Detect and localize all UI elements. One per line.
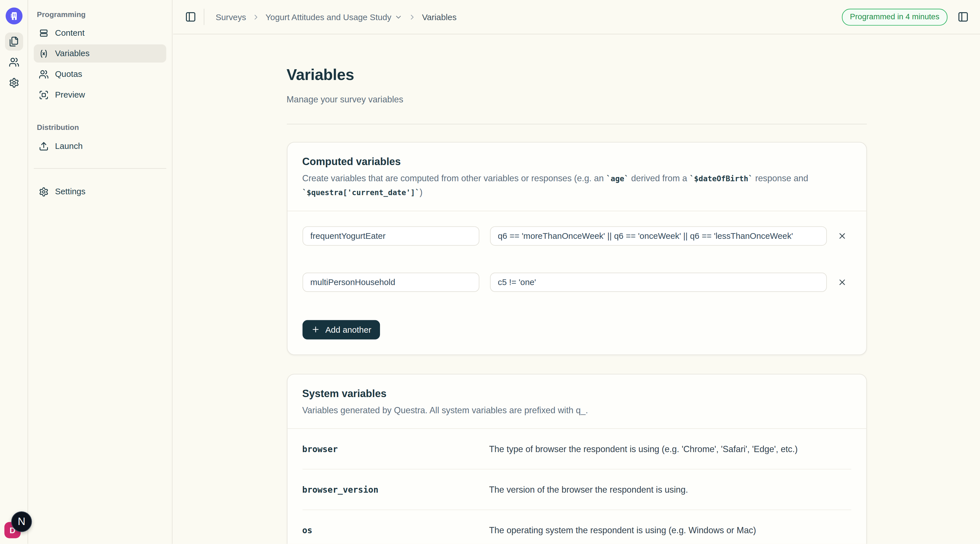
system-variable-description: The operating system the respondent is u… — [489, 525, 756, 534]
sidebar: Programming Content Variables — [28, 0, 172, 544]
sidebar-item-label: Settings — [55, 187, 86, 196]
breadcrumb-survey-name[interactable]: Yogurt Attitudes and Usage Study — [266, 12, 402, 22]
chevron-right-icon — [252, 13, 260, 21]
breadcrumb-surveys[interactable]: Surveys — [215, 12, 246, 22]
system-variable-row: os The operating system the respondent i… — [302, 510, 851, 544]
system-variables-title: System variables — [302, 387, 851, 399]
computed-variable-row — [302, 226, 851, 245]
sidebar-item-label: Variables — [55, 49, 90, 58]
system-variable-description: The type of browser the respondent is us… — [489, 444, 798, 453]
page-subtitle: Manage your survey variables — [287, 94, 867, 104]
system-variables-card: System variables Variables generated by … — [287, 374, 867, 544]
sidebar-item-label: Content — [55, 28, 84, 37]
code-token: `$questra['current_date']` — [302, 188, 420, 197]
sidebar-item-content[interactable]: Content — [34, 24, 166, 42]
sidebar-item-label: Quotas — [55, 70, 82, 79]
nextjs-dev-indicator[interactable]: N — [11, 511, 32, 532]
computed-variables-title: Computed variables — [302, 156, 851, 167]
sidebar-item-preview[interactable]: Preview — [34, 86, 166, 104]
variable-expression-input[interactable] — [490, 272, 827, 291]
workspace-logo[interactable] — [5, 7, 22, 24]
sidebar-divider — [34, 168, 166, 169]
app-window: Programming Content Variables — [0, 0, 980, 544]
main-area: Surveys Yogurt Attitudes and Usage Study… — [173, 0, 980, 544]
programmed-time-badge: Programmed in 4 minutes — [842, 8, 948, 25]
system-variable-description: The version of the browser the responden… — [489, 484, 688, 494]
sidebar-item-settings[interactable]: Settings — [34, 183, 166, 201]
sidebar-item-label: Launch — [55, 141, 83, 151]
x-icon — [837, 277, 847, 287]
system-variable-row: browser The type of browser the responde… — [302, 429, 851, 469]
x-icon — [837, 231, 847, 240]
page-title: Variables — [287, 65, 867, 84]
remove-variable-button[interactable] — [834, 227, 851, 245]
variable-name-input[interactable] — [302, 272, 479, 291]
sidebar-item-launch[interactable]: Launch — [34, 137, 166, 155]
users-icon — [8, 57, 19, 67]
panel-left-toggle-icon[interactable] — [185, 11, 196, 23]
topbar-divider — [204, 9, 204, 25]
sidebar-item-variables[interactable]: Variables — [34, 44, 166, 62]
system-variable-name: browser_version — [302, 484, 489, 494]
sidebar-item-quotas[interactable]: Quotas — [34, 65, 166, 83]
system-variable-name: browser — [302, 444, 489, 453]
page-scroll-area[interactable]: Variables Manage your survey variables C… — [173, 35, 980, 544]
gear-icon — [39, 187, 49, 197]
sidebar-section-distribution: Distribution — [37, 123, 166, 132]
chevron-down-icon — [395, 13, 402, 21]
panel-right-toggle-icon[interactable] — [958, 11, 969, 23]
computed-variables-card: Computed variables Create variables that… — [287, 142, 867, 355]
add-another-label: Add another — [325, 325, 371, 334]
system-variable-row: browser_version The version of the brows… — [302, 469, 851, 510]
rows-icon — [39, 28, 49, 38]
remove-variable-button[interactable] — [834, 273, 851, 291]
upload-icon — [39, 141, 49, 151]
code-token: `age` — [606, 174, 629, 183]
breadcrumb: Surveys Yogurt Attitudes and Usage Study… — [215, 12, 457, 22]
icon-rail — [0, 0, 28, 544]
rail-settings-button[interactable] — [5, 74, 23, 92]
variable-expression-input[interactable] — [490, 226, 827, 245]
system-variables-description: Variables generated by Questra. All syst… — [302, 404, 851, 417]
add-another-button[interactable]: Add another — [302, 320, 380, 339]
files-icon — [8, 36, 19, 47]
scan-icon — [39, 90, 49, 100]
computed-variable-row — [302, 272, 851, 291]
variable-name-input[interactable] — [302, 226, 479, 245]
breadcrumb-variables[interactable]: Variables — [422, 12, 457, 22]
rail-team-button[interactable] — [5, 53, 23, 71]
plus-icon — [311, 325, 320, 334]
rail-surveys-button[interactable] — [5, 33, 23, 51]
sidebar-item-label: Preview — [55, 90, 85, 99]
users-icon — [39, 69, 49, 79]
code-token: `$dateOfBirth` — [690, 174, 753, 183]
computed-variables-description: Create variables that are computed from … — [302, 172, 851, 199]
function-x-icon — [39, 48, 49, 59]
page-divider — [287, 123, 867, 124]
sidebar-section-programming: Programming — [37, 10, 166, 19]
topbar: Surveys Yogurt Attitudes and Usage Study… — [173, 0, 980, 34]
system-variable-name: os — [302, 525, 489, 534]
chevron-right-icon — [408, 13, 417, 21]
gear-icon — [8, 78, 19, 88]
building-icon — [8, 11, 19, 21]
